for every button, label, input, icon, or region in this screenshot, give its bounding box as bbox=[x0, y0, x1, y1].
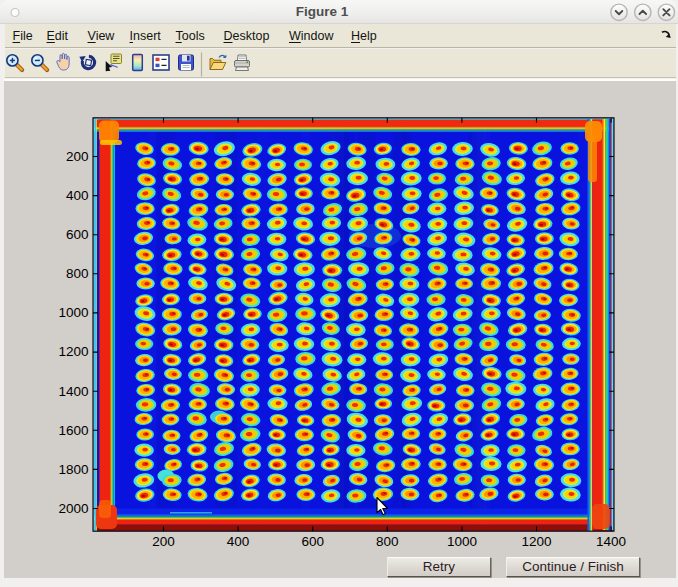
svg-text:800: 800 bbox=[376, 534, 399, 549]
svg-text:800: 800 bbox=[66, 266, 89, 281]
svg-text:1200: 1200 bbox=[58, 344, 88, 359]
svg-text:1400: 1400 bbox=[58, 384, 88, 399]
svg-text:1200: 1200 bbox=[521, 534, 551, 549]
svg-text:1000: 1000 bbox=[58, 305, 88, 320]
svg-text:400: 400 bbox=[66, 188, 89, 203]
svg-text:1600: 1600 bbox=[58, 423, 88, 438]
svg-text:600: 600 bbox=[66, 227, 89, 242]
svg-text:200: 200 bbox=[152, 534, 175, 549]
svg-text:1000: 1000 bbox=[447, 534, 477, 549]
svg-text:200: 200 bbox=[66, 149, 89, 164]
svg-text:1400: 1400 bbox=[596, 534, 626, 549]
svg-text:2000: 2000 bbox=[58, 501, 88, 516]
svg-text:600: 600 bbox=[301, 534, 324, 549]
svg-text:400: 400 bbox=[227, 534, 250, 549]
svg-text:1800: 1800 bbox=[58, 462, 88, 477]
